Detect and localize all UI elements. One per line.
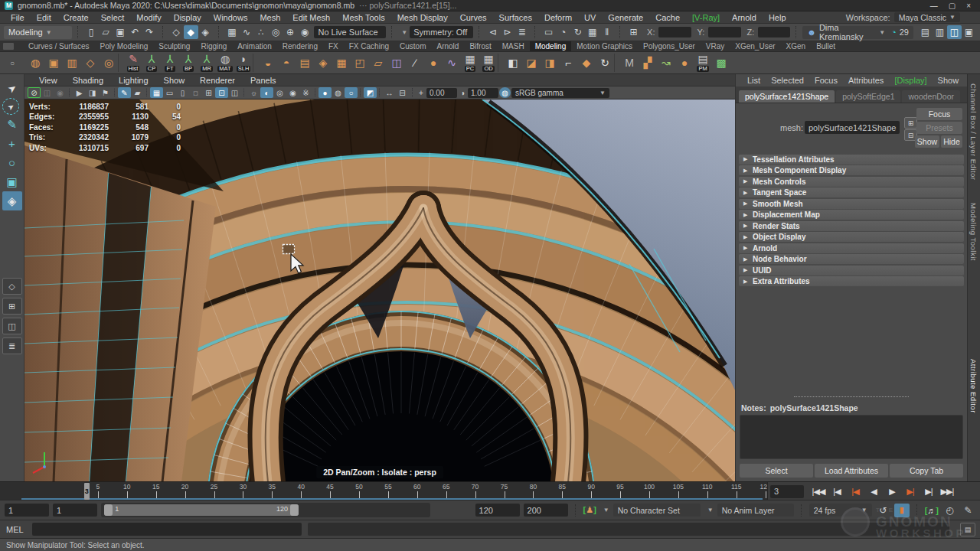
attribute-section-header[interactable]: ▶ Arnold [739, 243, 964, 253]
texture-paint-icon[interactable]: ▰ [131, 87, 144, 98]
menu-item[interactable]: Display [168, 13, 207, 22]
ambient-occlusion-icon[interactable]: ◎ [273, 87, 286, 98]
save-scene-icon[interactable]: ▣ [113, 25, 128, 39]
input-connections-icon[interactable]: ⊲ [485, 25, 500, 39]
snap-view-plane-icon[interactable]: ⊕ [283, 25, 297, 39]
attribute-section-header[interactable]: ▶ Render Stats [739, 221, 964, 231]
attribute-editor-tab[interactable]: polySoftEdge1 [836, 90, 900, 103]
hide-button[interactable]: Hide [941, 135, 962, 148]
shelf-tab[interactable]: FX Caching [344, 41, 394, 51]
menu-item[interactable]: Select [95, 13, 131, 22]
playback-speed-icon[interactable]: ◴ [942, 504, 957, 517]
menu-item[interactable]: Deform [538, 13, 578, 22]
quad-draw-icon[interactable]: ◆ [577, 53, 596, 73]
snap-curve-icon[interactable]: ∿ [239, 25, 253, 39]
menu-item[interactable]: Generate [602, 13, 649, 22]
shelf-tab[interactable]: XGen [781, 41, 812, 51]
connection-in-icon[interactable]: ⊞ [904, 117, 917, 129]
undo-icon[interactable]: ↶ [128, 25, 142, 39]
sidebar-channel-box-icon[interactable]: ◫ [947, 25, 962, 39]
two-pane-layout-icon[interactable]: ◫ [2, 318, 22, 334]
attribute-section-header[interactable]: ▶ Mesh Controls [739, 177, 964, 187]
loop-playback-icon[interactable]: ↺ [876, 504, 890, 517]
sidebar-tab-attribute-editor[interactable]: Attribute Editor [969, 359, 978, 413]
show-manipulator-tool-icon[interactable]: ◈ [2, 191, 22, 210]
menu-item[interactable]: Surfaces [493, 13, 538, 22]
spin-edge-icon[interactable]: ↻ [596, 53, 614, 73]
attribute-section-header[interactable]: ▶ Tangent Space [739, 187, 964, 197]
blob-icon[interactable]: ● [675, 53, 694, 73]
attribute-editor-footer-button[interactable]: Copy Tab [890, 464, 963, 478]
center-pivot-icon[interactable]: ⅄ CP [142, 53, 161, 73]
boolean-icon[interactable]: ◈ [314, 53, 332, 73]
viewport-menu-item[interactable]: Show [157, 76, 192, 85]
modify-reset-icon[interactable]: ⅄ MR [198, 53, 216, 73]
menu-item[interactable]: Mesh Tools [336, 13, 390, 22]
camera-icon[interactable]: ▶ [73, 87, 86, 98]
render-view-icon[interactable]: ▭ [541, 25, 556, 39]
range-start-handle[interactable] [104, 504, 113, 516]
script-editor-icon[interactable]: ▤ [960, 523, 975, 536]
y-input[interactable] [708, 27, 740, 37]
anti-alias-icon[interactable]: ※ [299, 87, 312, 98]
menu-item[interactable]: [V-Ray] [686, 13, 726, 22]
shelf-tab[interactable]: VRay [701, 41, 730, 51]
menu-item[interactable]: Cache [649, 13, 686, 22]
focus-button[interactable]: Focus [916, 108, 962, 120]
playback-end-field[interactable]: 120 [475, 504, 520, 517]
shelf-tab[interactable]: Animation [232, 41, 276, 51]
select-camera-icon[interactable]: ⊘ [28, 87, 41, 98]
pull-icon[interactable]: ◨ [541, 53, 559, 73]
select-component-icon[interactable]: ◈ [198, 25, 213, 39]
menu-item[interactable]: Modify [130, 13, 167, 22]
menu-item[interactable]: Help [763, 13, 792, 22]
shelf-scroll-icon[interactable]: ○ [5, 59, 20, 67]
live-surface-field[interactable]: No Live Surface [314, 26, 386, 38]
z-input[interactable] [758, 27, 790, 37]
safe-action-icon[interactable]: ⊡ [215, 87, 228, 98]
new-scene-icon[interactable]: ▯ [84, 25, 99, 39]
attribute-editor-menu-item[interactable]: Focus [809, 76, 843, 85]
attribute-editor-menu-item[interactable]: List [742, 76, 766, 85]
slh-icon[interactable]: ◗ SLH [234, 53, 253, 73]
attribute-editor-menu-item[interactable]: Selected [766, 76, 809, 85]
unlock-normals-icon[interactable]: ⌐ [559, 53, 577, 73]
play-backwards-button[interactable]: ◀ [864, 484, 883, 499]
splitter-handle[interactable] [794, 396, 909, 400]
make-live-icon[interactable]: ◉ [297, 25, 312, 39]
animation-start-field[interactable]: 1 [5, 504, 49, 517]
symmetry-field[interactable]: Symmetry: Off [410, 26, 473, 38]
select-object-icon[interactable]: ◆ [184, 25, 198, 39]
select-hierarchy-icon[interactable]: ◇ [169, 25, 184, 39]
attribute-editor-menu-item[interactable]: Show [933, 76, 965, 85]
shelf-tab[interactable]: Curves / Surfaces [23, 41, 94, 51]
attribute-editor-menu-item[interactable]: [Display] [889, 76, 932, 85]
workspace-dropdown[interactable]: Maya Classic▼ [894, 12, 960, 22]
mirror-icon[interactable]: ◫ [387, 53, 406, 73]
animation-end-field[interactable]: 200 [524, 504, 568, 517]
motion-blur-icon[interactable]: ◉ [286, 87, 299, 98]
image-plane-icon[interactable]: ◉ [54, 87, 67, 98]
grid-toggle-icon[interactable]: ▦ [150, 87, 163, 98]
menu-item[interactable]: Windows [207, 13, 254, 22]
menu-set-dropdown[interactable]: Modeling▼ [4, 26, 72, 39]
assign-material-icon[interactable]: ◍ MAT [216, 53, 234, 73]
snap-grid-icon[interactable]: ▦ [224, 25, 239, 39]
snap-projected-center-icon[interactable]: ◎ [268, 25, 283, 39]
shelf-tab[interactable]: XGen_User [730, 41, 780, 51]
shelf-menu-icon[interactable] [3, 43, 14, 50]
poly-sphere-icon[interactable]: ◍ [26, 53, 44, 73]
chevron-down-icon[interactable]: ▼ [401, 29, 407, 36]
paint-select-tool-icon[interactable]: ✎ [2, 115, 22, 134]
attribute-section-header[interactable]: ▶ Object Display [739, 232, 964, 242]
shelf-tab[interactable]: Sculpting [153, 41, 195, 51]
camera-attributes-icon[interactable]: ◨ [86, 87, 99, 98]
go-to-start-button[interactable]: |◀◀ [809, 484, 828, 499]
smooth-icon[interactable]: ● [424, 53, 443, 73]
viewport-menu-item[interactable]: Panels [243, 76, 283, 85]
attribute-editor-footer-button[interactable]: Select [740, 464, 813, 478]
poly-cube-icon[interactable]: ▣ [44, 53, 63, 73]
wireframe-display-icon[interactable]: ○ [345, 87, 358, 98]
uv-grid-icon[interactable]: ▩ [712, 53, 730, 73]
exposure-field[interactable]: 0.00 [426, 88, 457, 98]
